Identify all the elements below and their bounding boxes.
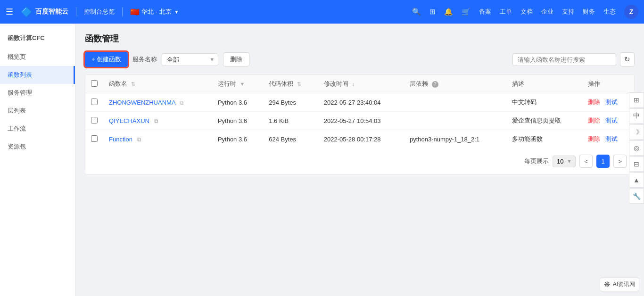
- search-wrapper: ↻: [512, 52, 635, 66]
- refresh-button[interactable]: ↻: [620, 52, 635, 66]
- float-tool-moon[interactable]: ☽: [629, 124, 644, 140]
- divider2: [122, 7, 123, 16]
- desc-cell: 多功能函数: [506, 130, 582, 148]
- float-tool-wrench[interactable]: 🔧: [629, 189, 644, 204]
- layer-cell: python3-numpy-1_18_2:1: [404, 130, 506, 148]
- service-select-wrapper: 全部 ▼: [162, 53, 218, 66]
- test-action-link[interactable]: 测试: [605, 117, 618, 124]
- finance-link[interactable]: 财务: [583, 8, 595, 16]
- create-function-button[interactable]: + 创建函数: [85, 52, 128, 67]
- sort-icon-name[interactable]: ⇅: [131, 81, 135, 87]
- table-row: QIYECHAXUN ⧉ Python 3.6 1.6 KiB 2022-05-…: [85, 112, 634, 130]
- pagination-label: 每页展示: [524, 157, 549, 165]
- bottom-logo-icon: ❋: [604, 280, 610, 289]
- runtime-cell: Python 3.6: [212, 93, 263, 112]
- runtime-cell: Python 3.6: [212, 112, 263, 130]
- row-checkbox-2[interactable]: [91, 135, 98, 142]
- sort-icon-size[interactable]: ⇅: [297, 81, 301, 87]
- row-checkbox-0[interactable]: [91, 99, 98, 105]
- region-flag: 🇨🇳: [130, 8, 140, 16]
- runtime-cell: Python 3.6: [212, 130, 263, 148]
- bottom-bar-text: AI资讯网: [613, 280, 635, 288]
- col-runtime: 运行时 ▼: [212, 75, 263, 93]
- support-link[interactable]: 支持: [562, 8, 574, 16]
- delete-action-link[interactable]: 删除: [588, 117, 600, 124]
- notification-icon[interactable]: 🔔: [444, 8, 453, 16]
- docs-link[interactable]: 文档: [520, 8, 533, 16]
- col-modified: 修改时间 ↓: [318, 75, 404, 93]
- region-arrow-icon: ▼: [174, 9, 179, 15]
- region-selector[interactable]: 🇨🇳 华北 - 北京 ▼: [130, 8, 179, 16]
- current-page-button[interactable]: 1: [596, 155, 610, 168]
- page-title: 函数管理: [85, 33, 635, 44]
- col-action: 操作: [582, 75, 634, 93]
- sort-icon-modified[interactable]: ↓: [352, 81, 355, 87]
- col-func-name: 函数名 ⇅: [103, 75, 212, 93]
- apps-icon[interactable]: ⊞: [429, 8, 436, 16]
- region-text: 华北 - 北京: [141, 8, 172, 16]
- delete-button[interactable]: 删除: [223, 52, 249, 66]
- divider: [76, 7, 76, 16]
- row-checkbox-1[interactable]: [91, 117, 98, 123]
- function-name-link[interactable]: Function: [109, 136, 132, 143]
- user-avatar[interactable]: Z: [624, 5, 638, 19]
- float-tool-minus[interactable]: ⊟: [629, 156, 644, 172]
- table-header-row: 函数名 ⇅ 运行时 ▼ 代码体积 ⇅ 修改时间 ↓ 层依赖 ?: [85, 75, 634, 93]
- desc-cell: 爱企查信息页提取: [506, 112, 582, 130]
- layer-help-icon[interactable]: ?: [432, 81, 438, 88]
- toolbar: + 创建函数 服务名称 全部 ▼ 删除 ↻: [85, 52, 635, 67]
- search-input[interactable]: [512, 53, 616, 66]
- float-tool-up[interactable]: ▲: [629, 173, 644, 188]
- service-label: 服务名称: [132, 55, 157, 64]
- modified-cell: 2022-05-27 23:40:04: [318, 93, 404, 112]
- sidebar-item-resource-pack[interactable]: 资源包: [0, 138, 75, 156]
- function-name-link[interactable]: QIYECHAXUN: [109, 117, 149, 124]
- delete-action-link[interactable]: 删除: [588, 99, 600, 106]
- action-cell: 删除 测试: [582, 130, 634, 148]
- sidebar-item-overview[interactable]: 概览页: [0, 48, 75, 66]
- ticket-link[interactable]: 工单: [500, 8, 512, 16]
- prev-page-button[interactable]: <: [579, 155, 593, 168]
- nav-overview-link[interactable]: 控制台总览: [84, 8, 115, 16]
- action-cell: 删除 测试: [582, 93, 634, 112]
- sidebar: 函数计算CFC 概览页 函数列表 服务管理 层列表 工作流 资源包: [0, 24, 75, 296]
- menu-icon[interactable]: ☰: [6, 7, 13, 17]
- copy-icon[interactable]: ⧉: [180, 99, 184, 106]
- desc-cell: 中文转码: [506, 93, 582, 112]
- table-row: Function ⧉ Python 3.6 624 Bytes 2022-05-…: [85, 130, 634, 148]
- enterprise-link[interactable]: 企业: [541, 8, 553, 16]
- select-all-checkbox[interactable]: [91, 80, 98, 87]
- pagination: 每页展示 10 20 50 ▼ < 1 >: [85, 148, 634, 174]
- function-name-link[interactable]: ZHONGWENZHUANMA: [109, 99, 175, 106]
- page-size-select[interactable]: 10 20 50: [553, 156, 576, 167]
- beian-link[interactable]: 备案: [479, 8, 491, 16]
- next-page-button[interactable]: >: [613, 155, 627, 168]
- bottom-bar: ❋ AI资讯网: [600, 278, 639, 291]
- logo-text: 百度智能云: [35, 8, 68, 16]
- cart-icon[interactable]: 🛒: [462, 8, 471, 16]
- action-cell: 删除 测试: [582, 112, 634, 130]
- top-navigation: ☰ 🔷 百度智能云 控制台总览 🇨🇳 华北 - 北京 ▼ 🔍 ⊞ 🔔 🛒 备案 …: [0, 0, 644, 24]
- main-content: 函数管理 + 创建函数 服务名称 全部 ▼ 删除 ↻: [75, 24, 644, 296]
- service-select[interactable]: 全部: [162, 53, 218, 66]
- copy-icon[interactable]: ⧉: [154, 118, 158, 124]
- float-tool-text[interactable]: 中: [629, 108, 644, 123]
- sidebar-item-workflow[interactable]: 工作流: [0, 120, 75, 138]
- col-size: 代码体积 ⇅: [263, 75, 318, 93]
- top-right-actions: 🔍 ⊞ 🔔 🛒 备案 工单 文档 企业 支持 财务 生态 Z: [412, 5, 638, 19]
- sidebar-item-layer-list[interactable]: 层列表: [0, 102, 75, 120]
- sort-icon-runtime[interactable]: ▼: [240, 81, 245, 87]
- copy-icon[interactable]: ⧉: [137, 136, 141, 143]
- test-action-link[interactable]: 测试: [605, 99, 618, 106]
- float-tool-dot[interactable]: ◎: [629, 140, 644, 156]
- ecosystem-link[interactable]: 生态: [603, 8, 616, 16]
- sidebar-item-function-list[interactable]: 函数列表: [0, 66, 75, 84]
- page-size-wrapper: 10 20 50 ▼: [553, 156, 576, 167]
- float-tool-grid[interactable]: ⊞: [629, 92, 644, 107]
- search-icon[interactable]: 🔍: [412, 8, 421, 16]
- delete-action-link[interactable]: 删除: [588, 135, 600, 142]
- test-action-link[interactable]: 测试: [605, 135, 618, 142]
- float-tools: ⊞ 中 ☽ ◎ ⊟ ▲ 🔧: [629, 92, 644, 204]
- sidebar-item-service-mgmt[interactable]: 服务管理: [0, 84, 75, 102]
- modified-cell: 2022-05-27 10:54:03: [318, 112, 404, 130]
